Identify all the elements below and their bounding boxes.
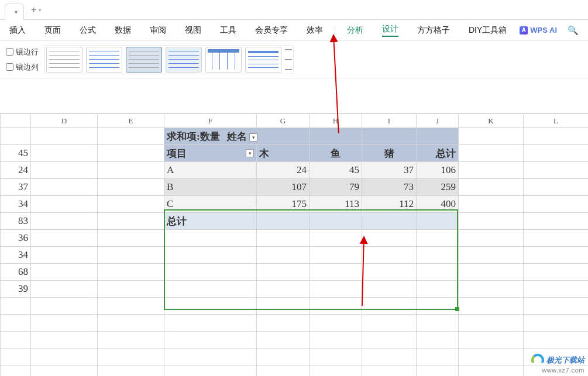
pivot-sumfield-label: 求和项:数量 xyxy=(167,131,220,142)
pivot-value[interactable]: 37 xyxy=(362,162,417,179)
pivot-rowfield-cell[interactable]: 项目▾ xyxy=(164,145,257,162)
menu-member[interactable]: 会员专享 xyxy=(255,25,288,36)
pivot-sumfield-cell[interactable]: 求和项:数量 姓名▾ xyxy=(164,128,310,145)
grid-row[interactable] xyxy=(1,315,589,332)
menu-review[interactable]: 审阅 xyxy=(150,25,166,36)
tab-dropdown-icon[interactable]: ▾ xyxy=(15,9,18,15)
grid-row[interactable]: 83 总计 xyxy=(1,213,589,230)
pivot-value[interactable]: 24 xyxy=(257,162,310,179)
col-header[interactable]: H xyxy=(310,114,362,128)
pivot-colhdr[interactable]: 猪 xyxy=(362,145,417,162)
menu-insert[interactable]: 插入 xyxy=(9,25,26,36)
pivot-row-label[interactable]: B xyxy=(164,179,257,196)
col-header[interactable]: I xyxy=(362,114,417,128)
menu-bar: 插入 页面 公式 数据 审阅 视图 工具 会员专享 效率 分析 设计 方方格子 … xyxy=(0,20,588,41)
grid-row[interactable]: 34 xyxy=(1,247,589,264)
cell[interactable]: 83 xyxy=(1,213,31,230)
pivot-row-filter-icon[interactable]: ▾ xyxy=(246,149,254,157)
grid-row[interactable]: 求和项:数量 姓名▾ xyxy=(1,128,589,145)
pivot-value[interactable]: 400 xyxy=(417,196,459,213)
grid-row[interactable]: 68 xyxy=(1,264,589,281)
menu-view[interactable]: 视图 xyxy=(185,25,201,36)
pivot-value[interactable]: 79 xyxy=(310,179,362,196)
cell[interactable]: 45 xyxy=(1,145,31,162)
pivot-row-label[interactable]: C xyxy=(164,196,257,213)
col-header[interactable]: G xyxy=(257,114,310,128)
menu-tools[interactable]: 工具 xyxy=(220,25,236,36)
cell[interactable]: 68 xyxy=(1,264,31,281)
formula-bar-spacer xyxy=(0,78,588,113)
pivot-row-label[interactable]: A xyxy=(164,162,257,179)
cell[interactable]: 36 xyxy=(1,230,31,247)
spreadsheet: D E F G H I J K L 求和项:数量 姓名▾ 45 项目▾ 木 鱼 … xyxy=(0,78,588,376)
style-option-6[interactable] xyxy=(245,47,281,73)
col-header[interactable]: J xyxy=(417,114,459,128)
add-tab-dropdown-icon[interactable]: ▾ xyxy=(39,7,42,13)
grid-row[interactable]: 36 xyxy=(1,230,589,247)
grid-row[interactable]: 37 B 107 79 73 259 xyxy=(1,179,589,196)
grid-row[interactable]: 39 xyxy=(1,281,589,298)
cell[interactable]: 39 xyxy=(1,281,31,298)
style-option-5[interactable] xyxy=(205,47,242,73)
pivot-colhdr[interactable]: 鱼 xyxy=(310,145,362,162)
wps-ai-button[interactable]: AWPS AI xyxy=(520,26,557,35)
menu-page[interactable]: 页面 xyxy=(44,25,61,36)
grid-row[interactable] xyxy=(1,365,589,377)
banded-cols-label: 镶边列 xyxy=(16,62,39,73)
style-option-3[interactable] xyxy=(126,47,162,73)
col-header[interactable]: D xyxy=(31,114,98,128)
pivot-col-filter-icon[interactable]: ▾ xyxy=(249,133,257,142)
pivot-style-gallery xyxy=(44,45,294,74)
col-header[interactable]: F xyxy=(164,114,257,128)
pivot-value[interactable]: 106 xyxy=(417,162,459,179)
cell[interactable]: 34 xyxy=(1,196,31,213)
cell[interactable]: 34 xyxy=(1,247,31,264)
pivot-value[interactable]: 259 xyxy=(417,179,459,196)
menu-data[interactable]: 数据 xyxy=(115,25,131,36)
style-option-2[interactable] xyxy=(86,47,122,73)
wps-ai-icon: A xyxy=(520,26,528,35)
menu-design[interactable]: 设计 xyxy=(382,24,398,37)
cell[interactable]: 24 xyxy=(1,162,31,179)
pivot-value[interactable]: 113 xyxy=(310,196,362,213)
grid-row[interactable]: 34 C 175 113 112 400 xyxy=(1,196,589,213)
menu-efficiency[interactable]: 效率 xyxy=(307,25,323,36)
pivot-value[interactable]: 175 xyxy=(257,196,310,213)
pivot-value[interactable]: 107 xyxy=(257,179,310,196)
search-icon[interactable]: 🔍 xyxy=(568,25,579,36)
workbook-tab[interactable]: ▾ xyxy=(5,4,24,20)
watermark-logo-icon xyxy=(531,354,544,367)
add-tab-button[interactable]: + xyxy=(31,5,36,15)
pivot-value[interactable]: 73 xyxy=(362,179,417,196)
pivot-total-label[interactable]: 总计 xyxy=(164,213,257,230)
pivot-value[interactable]: 45 xyxy=(310,162,362,179)
pivot-colhdr[interactable]: 木 xyxy=(257,145,310,162)
watermark-url: www.xz7.com xyxy=(542,367,584,374)
banded-cols-checkbox[interactable]: 镶边列 xyxy=(6,62,39,73)
grid-row[interactable] xyxy=(1,332,589,349)
pivot-colhdr[interactable]: 总计 xyxy=(417,145,459,162)
pivot-name-label: 姓名 xyxy=(227,131,247,142)
menu-formula[interactable]: 公式 xyxy=(80,25,96,36)
pivot-value[interactable]: 112 xyxy=(362,196,417,213)
cell[interactable]: 37 xyxy=(1,179,31,196)
grid-row[interactable] xyxy=(1,298,589,315)
workbook-tab-bar: ▾ + ▾ xyxy=(0,0,588,20)
grid-row[interactable]: 24 A 24 45 37 106 xyxy=(1,162,589,179)
col-header[interactable]: L xyxy=(524,114,589,128)
col-header[interactable]: E xyxy=(98,114,164,128)
style-option-1[interactable] xyxy=(46,47,82,73)
grid[interactable]: D E F G H I J K L 求和项:数量 姓名▾ 45 项目▾ 木 鱼 … xyxy=(0,113,588,376)
col-header[interactable]: K xyxy=(459,114,524,128)
style-option-4[interactable] xyxy=(166,47,202,73)
menu-analysis[interactable]: 分析 xyxy=(347,25,363,36)
grid-row[interactable]: 45 项目▾ 木 鱼 猪 总计 xyxy=(1,145,589,162)
style-gallery-more-icon[interactable] xyxy=(285,47,292,73)
banded-options: 镶边行 镶边列 xyxy=(6,47,39,73)
menu-fanggezi[interactable]: 方方格子 xyxy=(417,25,450,36)
menu-diy-toolbox[interactable]: DIY工具箱 xyxy=(469,25,507,36)
banded-rows-checkbox[interactable]: 镶边行 xyxy=(6,47,39,57)
banded-rows-label: 镶边行 xyxy=(16,47,39,57)
grid-row[interactable] xyxy=(1,349,589,365)
watermark-brand: 极光下载站 xyxy=(546,355,584,365)
